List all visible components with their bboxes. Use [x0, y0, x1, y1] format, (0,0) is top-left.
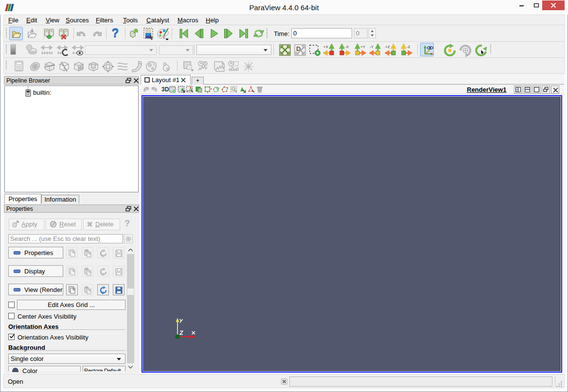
svg-text:-X: -X [345, 45, 349, 49]
svg-text:+X: +X [323, 45, 329, 49]
svg-text:D: D [296, 45, 301, 52]
svg-text:+Z: +Z [385, 45, 390, 49]
svg-text:+Y: +Y [360, 45, 366, 49]
svg-text:-Y: -Y [370, 45, 374, 49]
svg-text:-Z: -Z [407, 45, 410, 49]
